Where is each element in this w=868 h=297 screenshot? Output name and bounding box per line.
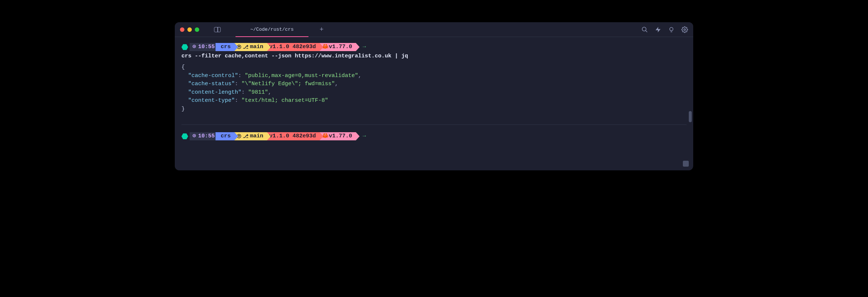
minimize-button[interactable] (187, 27, 192, 32)
branch-icon: ⎇ (243, 44, 248, 51)
json-row: "cache-status": "\"Netlify Edge\"; fwd=m… (181, 80, 687, 89)
json-key: "content-type" (188, 97, 235, 104)
prompt-hex-icon (181, 133, 188, 139)
json-output: { "cache-control": "public,max-age=0,mus… (181, 63, 687, 113)
titlebar-actions (641, 26, 688, 33)
prompt-time-segment: ⊙10:55 (190, 132, 218, 140)
prompt-rust-version: v1.77.0 (329, 43, 352, 51)
settings-icon[interactable] (681, 26, 688, 33)
prompt-rust-version: v1.77.0 (329, 132, 352, 141)
new-tab-button[interactable]: + (320, 26, 324, 33)
prompt-line: ⊙10:55 crs ⦿⎇ main v1.1.0 482e93d 🦀 v1.7… (181, 43, 687, 51)
maximize-button[interactable] (195, 27, 199, 32)
svg-marker-2 (655, 27, 661, 32)
terminal-body[interactable]: ⊙10:55 crs ⦿⎇ main v1.1.0 482e93d 🦀 v1.7… (175, 37, 693, 170)
split-pane-icon[interactable] (214, 27, 221, 32)
prompt-branch: main (250, 43, 263, 51)
json-value: "\"Netlify Edge\"; fwd=miss" (241, 81, 335, 87)
svg-point-3 (670, 27, 673, 31)
branch-icon: ⎇ (243, 133, 248, 140)
terminal-window: ~/Code/rust/crs + ⊙10:55 crs ⦿⎇ main v1.… (175, 22, 693, 170)
prompt-time-segment: ⊙10:55 (190, 43, 218, 51)
prompt-time: 10:55 (198, 132, 215, 141)
json-open-brace: { (181, 63, 687, 72)
second-block: ⊙10:55 crs ⦿⎇ main v1.1.0 482e93d 🦀 v1.7… (181, 124, 687, 141)
search-icon[interactable] (641, 26, 648, 33)
prompt-arrow: → (363, 43, 366, 51)
prompt-dir-segment: crs (216, 132, 234, 140)
json-value: "public,max-age=0,must-revalidate" (245, 73, 358, 79)
corner-badge-icon (683, 161, 689, 167)
json-key: "cache-status" (188, 81, 235, 87)
prompt-dir-segment: crs (216, 43, 234, 51)
command-line: crs --filter cache,content --json https:… (181, 52, 687, 61)
svg-point-5 (684, 29, 686, 30)
close-button[interactable] (180, 27, 184, 32)
scrollbar-thumb[interactable] (689, 111, 692, 122)
clock-icon: ⊙ (193, 43, 196, 51)
json-row: "content-type": "text/html; charset=UTF-… (181, 97, 687, 105)
bolt-icon[interactable] (655, 26, 661, 33)
svg-line-1 (645, 30, 647, 32)
titlebar: ~/Code/rust/crs + (175, 22, 693, 37)
json-close-brace: } (181, 105, 687, 114)
json-row: "content-length": "9811", (181, 89, 687, 97)
clock-icon: ⊙ (193, 132, 196, 141)
json-row: "cache-control": "public,max-age=0,must-… (181, 72, 687, 80)
prompt-hex-icon (181, 44, 188, 50)
prompt-line: ⊙10:55 crs ⦿⎇ main v1.1.0 482e93d 🦀 v1.7… (181, 132, 687, 141)
tab-active[interactable]: ~/Code/rust/crs (236, 22, 308, 37)
prompt-version-segment: v1.1.0 482e93d (264, 132, 320, 140)
traffic-lights (180, 27, 199, 32)
bulb-icon[interactable] (668, 26, 675, 33)
svg-point-0 (642, 27, 646, 31)
json-value: "text/html; charset=UTF-8" (241, 97, 328, 104)
prompt-arrow: → (363, 132, 366, 141)
prompt-version-segment: v1.1.0 482e93d (264, 43, 320, 51)
json-key: "content-length" (188, 89, 241, 96)
json-key: "cache-control" (188, 73, 238, 79)
prompt-time: 10:55 (198, 43, 215, 51)
json-value: "9811" (248, 89, 268, 96)
prompt-branch: main (250, 132, 263, 141)
